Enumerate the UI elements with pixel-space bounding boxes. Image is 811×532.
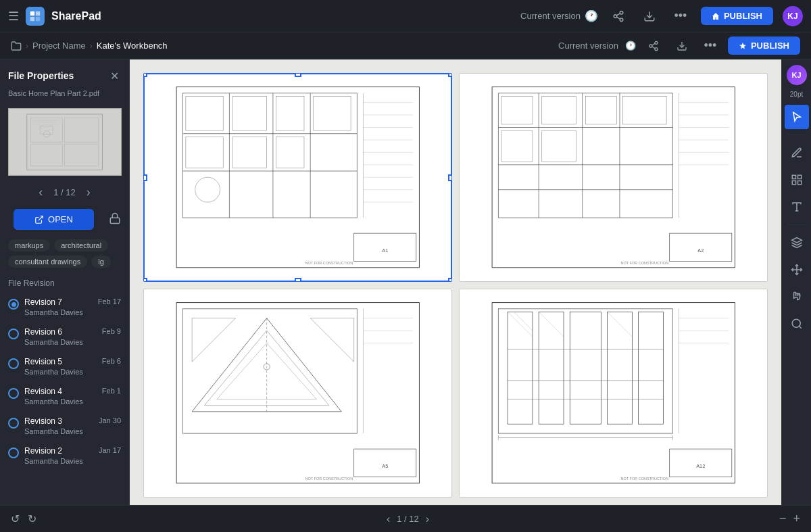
side-user-avatar[interactable]: KJ: [787, 65, 807, 85]
svg-rect-124: [792, 181, 795, 185]
svg-rect-65: [501, 97, 533, 124]
revision-item-2[interactable]: Revision 2 Samantha Davies Jan 17: [0, 441, 129, 470]
breadcrumb-project[interactable]: Project Name: [32, 41, 86, 51]
revision-item-3[interactable]: Revision 3 Samantha Davies Jan 30: [0, 411, 129, 441]
svg-rect-2: [30, 16, 34, 20]
page-navigation: ‹ 1 / 12 ›: [0, 180, 129, 205]
bottom-bar: ↺ ↻ ‹ 1 / 12 › − +: [0, 505, 811, 532]
svg-rect-97: [492, 303, 735, 483]
svg-point-5: [614, 14, 617, 18]
svg-rect-98: [498, 309, 672, 433]
breadcrumb-more-icon[interactable]: •••: [699, 35, 721, 57]
canvas-area[interactable]: A1 NOT FOR CONSTRUCTION: [130, 59, 781, 505]
publish-button[interactable]: PUBLISH: [701, 7, 773, 25]
tag-lg[interactable]: lg: [91, 256, 111, 268]
topbar: ☰ SharePad Current version 🕐 ••• PUBLISH…: [0, 0, 811, 32]
user-avatar[interactable]: KJ: [783, 6, 803, 26]
handle-tr[interactable]: [448, 73, 452, 77]
svg-rect-3: [36, 16, 40, 20]
bottom-center: ‹ 1 / 12 ›: [36, 513, 779, 525]
main-content: File Properties ✕ Basic Home Plan Part 2…: [0, 59, 811, 505]
revision-item-4[interactable]: Revision 4 Samantha Davies Feb 1: [0, 381, 129, 411]
handle-br[interactable]: [448, 278, 452, 282]
handle-tc[interactable]: [295, 73, 301, 77]
svg-marker-87: [192, 318, 235, 362]
tag-consultant-drawings[interactable]: consultant drawings: [8, 256, 87, 268]
search-tool[interactable]: [785, 312, 809, 336]
zoom-out-button[interactable]: −: [779, 512, 787, 526]
drawing-card-2[interactable]: A2 NOT FOR CONSTRUCTION: [459, 73, 768, 282]
redo-icon[interactable]: ↻: [28, 512, 36, 525]
revision-item-7[interactable]: Revision 7 Samantha Davies Feb 17: [0, 292, 129, 322]
revision-item-5[interactable]: Revision 5 Samantha Davies Feb 6: [0, 352, 129, 381]
tag-architectural[interactable]: architectural: [54, 239, 108, 251]
breadcrumb-version-label: Current version: [558, 41, 618, 51]
tag-markups[interactable]: markups: [8, 239, 50, 251]
svg-point-6: [620, 18, 623, 22]
tags-section: markups architectural consultant drawing…: [0, 234, 129, 273]
svg-line-131: [799, 326, 801, 328]
close-panel-button[interactable]: ✕: [107, 69, 121, 82]
handle-tl[interactable]: [143, 73, 147, 77]
toolbar-sep-2: [787, 224, 806, 225]
revision-radio-7: [8, 299, 19, 310]
breadcrumb-clock-icon[interactable]: 🕐: [625, 41, 636, 51]
zoom-in-button[interactable]: +: [793, 512, 800, 526]
revision-info-5: Revision 5 Samantha Davies: [24, 357, 97, 376]
markup-tool[interactable]: [785, 141, 809, 165]
svg-rect-18: [31, 118, 63, 142]
svg-rect-19: [65, 118, 99, 142]
more-options-icon[interactable]: •••: [670, 5, 691, 27]
svg-rect-25: [41, 126, 53, 134]
grid-tool[interactable]: [785, 168, 809, 192]
file-properties-title: File Properties: [8, 70, 74, 81]
bottom-prev-page-button[interactable]: ‹: [387, 513, 390, 525]
topbar-right: Current version 🕐 ••• PUBLISH KJ: [520, 5, 803, 27]
cursor-tool[interactable]: [785, 105, 809, 129]
breadcrumb-sep-2: ›: [90, 41, 93, 51]
current-version-info: Current version 🕐: [520, 9, 598, 22]
drawing-card-1[interactable]: A1 NOT FOR CONSTRUCTION: [143, 73, 452, 282]
text-tool[interactable]: [785, 195, 809, 219]
svg-text:NOT FOR CONSTRUCTION: NOT FOR CONSTRUCTION: [620, 477, 668, 481]
share-icon[interactable]: [608, 5, 629, 27]
open-file-button[interactable]: OPEN: [14, 209, 94, 230]
bottom-page-indicator: 1 / 12: [397, 514, 419, 524]
handle-ml[interactable]: [143, 174, 147, 181]
svg-text:A1: A1: [382, 247, 388, 253]
next-page-button[interactable]: ›: [87, 185, 91, 199]
revision-item-6[interactable]: Revision 6 Samantha Davies Feb 9: [0, 322, 129, 352]
transform-tool[interactable]: [785, 258, 809, 282]
undo-icon[interactable]: ↺: [11, 512, 20, 525]
svg-text:NOT FOR CONSTRUCTION: NOT FOR CONSTRUCTION: [620, 262, 668, 266]
download-icon[interactable]: [639, 5, 660, 27]
svg-rect-101: [570, 312, 601, 425]
bottom-next-page-button[interactable]: ›: [426, 513, 429, 525]
drawing-card-3[interactable]: A5 NOT FOR CONSTRUCTION: [143, 289, 452, 498]
hand-tool[interactable]: [785, 285, 809, 309]
tool-size-label: 20pt: [790, 91, 803, 98]
svg-line-109: [539, 312, 564, 337]
breadcrumb-folder-icon[interactable]: [11, 41, 22, 51]
svg-rect-41: [232, 137, 267, 168]
svg-rect-82: [182, 309, 357, 433]
layers-tool[interactable]: [785, 231, 809, 255]
version-clock-icon[interactable]: 🕐: [585, 9, 598, 22]
breadcrumb-download-icon[interactable]: [671, 35, 693, 57]
svg-line-107: [508, 312, 533, 337]
svg-line-110: [607, 312, 632, 337]
svg-rect-40: [186, 137, 223, 168]
svg-text:A2: A2: [697, 247, 704, 253]
prev-page-button[interactable]: ‹: [39, 185, 43, 199]
handle-bl[interactable]: [143, 278, 147, 282]
breadcrumb-share-icon[interactable]: [643, 35, 664, 57]
svg-rect-0: [30, 11, 34, 15]
handle-mr[interactable]: [448, 174, 452, 181]
svg-rect-70: [542, 130, 576, 162]
breadcrumb-publish-button[interactable]: PUBLISH: [728, 37, 800, 55]
revision-info-6: Revision 6 Samantha Davies: [24, 327, 97, 346]
drawing-card-4[interactable]: A12 NOT FOR CONSTRUCTION: [459, 289, 768, 498]
handle-bc[interactable]: [295, 278, 301, 282]
hamburger-icon[interactable]: ☰: [8, 9, 19, 24]
lock-button[interactable]: [109, 212, 121, 227]
